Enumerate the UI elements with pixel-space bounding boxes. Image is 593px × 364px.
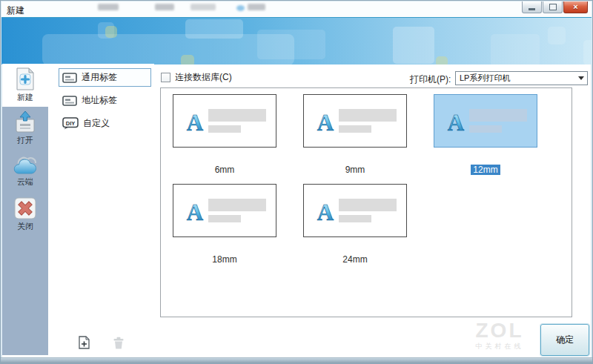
text-placeholder-bar <box>208 215 241 222</box>
svg-text:A: A <box>448 110 465 133</box>
maximize-icon <box>549 4 557 10</box>
sidebar-item-close[interactable]: 关闭 <box>2 193 48 236</box>
titlebar-artifact <box>236 5 245 11</box>
banner-decoration <box>181 55 194 64</box>
template-grid: A 6mm A 9mm A 12m <box>160 87 572 317</box>
template-card[interactable]: A <box>303 184 407 237</box>
category-item-general[interactable]: 通用标签 <box>59 68 151 87</box>
open-icon <box>14 110 36 133</box>
template-row: A 18mm A 24mm <box>173 184 572 265</box>
text-placeholder-bar <box>469 125 502 133</box>
template-card[interactable]: A <box>173 184 276 237</box>
window-controls: × <box>521 1 588 13</box>
printer-label: 打印机(P): <box>410 73 451 86</box>
template-card-selected[interactable]: A <box>434 94 537 148</box>
database-checkbox-label: 连接数据库(C) <box>175 71 232 84</box>
category-item-label: 通用标签 <box>82 71 117 84</box>
chevron-down-icon <box>575 76 587 80</box>
titlebar: 新建 × <box>1 1 592 17</box>
category-panel: 通用标签 地址标签 DIY 自定义 <box>48 64 154 355</box>
sidebar-item-label: 云端 <box>17 176 33 188</box>
window-title: 新建 <box>7 4 24 17</box>
cloud-icon <box>13 155 38 175</box>
svg-text:A: A <box>187 200 204 223</box>
text-placeholder-bar <box>339 109 397 122</box>
titlebar-artifact <box>248 4 265 10</box>
new-document-icon <box>15 67 36 90</box>
svg-text:A: A <box>187 110 204 133</box>
category-item-custom[interactable]: DIY 自定义 <box>59 114 151 133</box>
sidebar-item-cloud[interactable]: 云端 <box>2 150 48 193</box>
template-card-24mm: A 24mm <box>303 184 407 265</box>
printer-selected-value: LP系列打印机 <box>456 72 575 85</box>
text-placeholder-bar <box>339 199 397 211</box>
svg-text:A: A <box>317 110 334 133</box>
minimize-button[interactable] <box>522 1 542 13</box>
database-checkbox[interactable]: 连接数据库(C) <box>161 71 232 84</box>
brand-a-icon: A <box>185 200 205 223</box>
brand-a-icon: A <box>315 200 336 223</box>
brand-a-icon: A <box>315 110 336 133</box>
brand-a-icon: A <box>445 110 466 133</box>
text-placeholder-bar <box>339 125 371 133</box>
text-placeholder-bar <box>208 109 266 122</box>
close-app-icon <box>14 197 36 219</box>
banner-decoration <box>583 40 592 64</box>
banner-decoration <box>436 56 448 64</box>
category-item-label: 自定义 <box>83 117 110 130</box>
text-placeholder-bar <box>208 125 241 133</box>
delete-template-button[interactable] <box>113 337 125 349</box>
label-icon <box>62 96 77 106</box>
titlebar-artifact <box>98 4 119 10</box>
banner-decoration <box>42 34 294 64</box>
checkbox-icon <box>161 73 170 82</box>
add-template-button[interactable] <box>78 336 90 349</box>
template-card[interactable]: A <box>173 94 276 148</box>
window-bottom-frame <box>1 357 592 363</box>
maximize-button[interactable] <box>543 1 563 13</box>
brand-a-icon: A <box>185 110 205 133</box>
sidebar-item-label: 关闭 <box>17 221 33 232</box>
template-card-6mm: A 6mm <box>173 94 276 176</box>
label-icon <box>62 73 77 83</box>
template-card-9mm: A 9mm <box>303 94 407 176</box>
banner-decoration <box>548 27 566 44</box>
template-card[interactable]: A <box>303 94 407 148</box>
template-size-label: 6mm <box>213 165 237 175</box>
banner-decoration <box>257 30 325 59</box>
template-size-label: 24mm <box>340 254 369 265</box>
template-size-label: 18mm <box>210 254 239 265</box>
printer-select[interactable]: LP系列打印机 <box>455 71 588 85</box>
text-placeholder-bar <box>469 109 527 122</box>
category-item-label: 地址标签 <box>82 94 117 107</box>
template-row: A 6mm A 9mm A 12m <box>173 94 572 176</box>
text-placeholder-bar <box>339 215 371 222</box>
banner-decoration <box>185 19 243 39</box>
watermark-title: ZOL <box>466 320 533 341</box>
template-card-12mm: A 12mm <box>434 94 537 176</box>
template-size-label: 9mm <box>343 165 368 175</box>
close-button[interactable]: × <box>563 1 588 13</box>
sidebar-item-new[interactable]: 新建 <box>2 64 48 107</box>
template-card-18mm: A 18mm <box>173 184 276 265</box>
sidebar: 新建 打开 云端 关闭 <box>2 64 48 355</box>
titlebar-artifact <box>191 4 216 10</box>
minimize-icon <box>529 8 535 10</box>
ok-button[interactable]: 确定 <box>540 324 589 356</box>
diy-icon: DIY <box>62 117 79 130</box>
category-panel-footer <box>48 336 154 349</box>
svg-text:A: A <box>317 200 334 223</box>
banner-decoration <box>105 26 117 38</box>
sidebar-item-label: 打开 <box>17 135 33 146</box>
category-item-address[interactable]: 地址标签 <box>59 91 151 110</box>
titlebar-artifact <box>155 4 174 10</box>
banner-decoration <box>491 34 540 64</box>
watermark-subtitle: 中关村在线 <box>466 342 533 351</box>
sidebar-item-open[interactable]: 打开 <box>2 107 48 150</box>
header-banner <box>1 17 592 64</box>
template-size-label: 12mm <box>471 165 500 175</box>
svg-text:DIY: DIY <box>66 120 76 127</box>
banner-decoration <box>393 27 434 64</box>
close-icon: × <box>573 3 577 11</box>
sidebar-item-label: 新建 <box>17 92 33 103</box>
